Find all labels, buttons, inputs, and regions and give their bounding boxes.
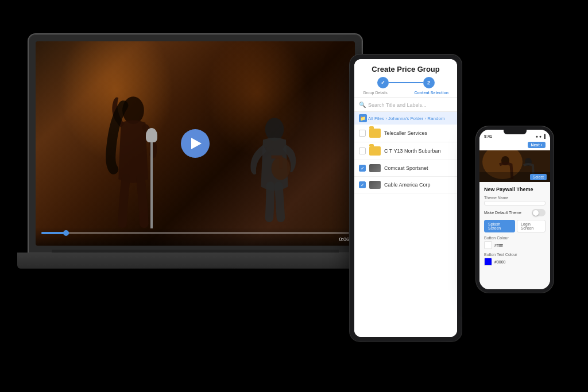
button-text-color-label: Button Text Colour <box>484 253 546 257</box>
video-icon-4 <box>369 181 381 189</box>
laptop-shadow <box>63 267 350 278</box>
stepper-bar: ✓ 2 <box>360 77 451 88</box>
breadcrumb-text: All Files › Johanna's Folder › Random <box>368 116 445 121</box>
phone-status-icons: ● ● ▐ <box>536 134 546 138</box>
button-color-row: #ffffff <box>484 241 546 249</box>
button-text-color-row: #0000 <box>484 258 546 266</box>
button-color-swatch[interactable] <box>484 241 492 249</box>
video-icon-3 <box>369 164 381 172</box>
svg-point-1 <box>265 118 284 141</box>
file-checkbox-1[interactable] <box>359 130 366 137</box>
file-checkbox-4[interactable] <box>359 181 366 188</box>
button-text-color-value: #0000 <box>494 260 505 264</box>
default-theme-label: Make Default Theme <box>484 211 521 215</box>
video-controls: 0:06 <box>36 227 355 246</box>
tablet-header: Create Price Group ✓ 2 Group Details Con… <box>354 59 457 98</box>
step-2-label: Content Selection <box>414 91 448 95</box>
step-1-check: ✓ <box>381 80 385 86</box>
file-list: Telecaller Services C T Y13 North Suburb… <box>354 125 457 337</box>
video-thumb-3 <box>369 164 381 172</box>
phone-section-title: New Paywall Theme <box>484 187 546 192</box>
folder-icon-2 <box>369 146 381 156</box>
login-screen-tab[interactable]: Login Screen <box>517 220 546 232</box>
step-line <box>389 82 423 83</box>
tablet-search[interactable]: 🔍 Search Title and Labels... <box>354 98 457 112</box>
tablet-screen: Create Price Group ✓ 2 Group Details Con… <box>354 59 457 337</box>
button-color-value: #ffffff <box>494 243 503 247</box>
phone-time: 9:41 <box>484 134 492 138</box>
theme-name-input[interactable] <box>484 201 546 205</box>
phone-notch <box>504 130 527 134</box>
search-icon: 🔍 <box>359 102 366 108</box>
file-item-3[interactable]: Comcast Sportsnet <box>354 160 457 177</box>
file-checkbox-3[interactable] <box>359 165 366 172</box>
breadcrumb-folder-icon: 📁 <box>359 114 367 122</box>
tablet: Create Price Group ✓ 2 Group Details Con… <box>350 55 462 341</box>
phone-next-button[interactable]: Next › <box>528 142 546 148</box>
search-placeholder: Search Title and Labels... <box>368 102 452 108</box>
default-theme-toggle[interactable] <box>532 209 546 216</box>
video-background: 0:06 <box>36 41 355 246</box>
breadcrumb-bar: 📁 All Files › Johanna's Folder › Random <box>354 112 457 125</box>
phone: 9:41 ● ● ▐ Next › Select <box>476 126 554 293</box>
step-labels: Group Details Content Selection <box>360 91 451 95</box>
screen-tabs: Splash Screen Login Screen <box>484 220 546 232</box>
file-item-2[interactable]: C T Y13 North Suburban <box>354 142 457 160</box>
file-name-4: Cable America Corp <box>384 182 452 188</box>
toggle-knob <box>533 210 539 216</box>
file-name-2: C T Y13 North Suburban <box>384 148 452 154</box>
step-2-number: 2 <box>427 80 430 86</box>
splash-screen-tab[interactable]: Splash Screen <box>484 220 515 232</box>
video-time: 0:06 <box>41 236 349 242</box>
play-button[interactable] <box>181 129 210 158</box>
phone-nav-bar: Next › <box>479 140 550 150</box>
theme-name-field: Theme Name <box>484 196 546 205</box>
laptop-screen: 0:06 <box>36 41 355 246</box>
scene: 0:06 Create Price Group ✓ <box>0 0 588 392</box>
guitarist-silhouette <box>240 114 309 228</box>
button-color-label: Button Colour <box>484 236 546 240</box>
theme-name-label: Theme Name <box>484 196 546 200</box>
laptop-screen-border: 0:06 <box>29 34 362 253</box>
folder-icon-1 <box>369 129 381 138</box>
video-thumb-4 <box>369 181 381 189</box>
button-text-color-field: Button Text Colour #0000 <box>484 253 546 266</box>
phone-video-select-btn[interactable]: Select <box>530 174 547 180</box>
laptop-base <box>17 253 373 269</box>
progress-bar[interactable] <box>41 232 349 234</box>
phone-video-thumbnail: Select <box>479 150 550 182</box>
step-1-label: Group Details <box>363 91 388 95</box>
mic-head <box>146 128 157 142</box>
phone-screen: 9:41 ● ● ▐ Next › Select <box>479 130 550 289</box>
file-item-1[interactable]: Telecaller Services <box>354 125 457 142</box>
step-1-circle: ✓ <box>377 77 389 88</box>
step-2-circle: 2 <box>423 77 435 88</box>
phone-content: New Paywall Theme Theme Name Make Defaul… <box>479 182 550 289</box>
progress-fill <box>41 232 66 234</box>
tablet-title: Create Price Group <box>360 65 451 73</box>
play-icon <box>191 138 202 149</box>
file-name-1: Telecaller Services <box>384 130 452 136</box>
file-item-4[interactable]: Cable America Corp <box>354 177 457 193</box>
phone-video-overlay: Select <box>479 172 550 182</box>
laptop: 0:06 <box>29 34 373 333</box>
progress-dot <box>63 230 69 236</box>
mic-stand <box>150 137 153 228</box>
file-name-3: Comcast Sportsnet <box>384 165 452 171</box>
singer-silhouette <box>93 91 173 228</box>
button-color-field: Button Colour #ffffff <box>484 236 546 249</box>
file-checkbox-2[interactable] <box>359 148 366 154</box>
default-theme-toggle-row: Make Default Theme <box>484 209 546 216</box>
button-text-color-swatch[interactable] <box>484 258 492 266</box>
